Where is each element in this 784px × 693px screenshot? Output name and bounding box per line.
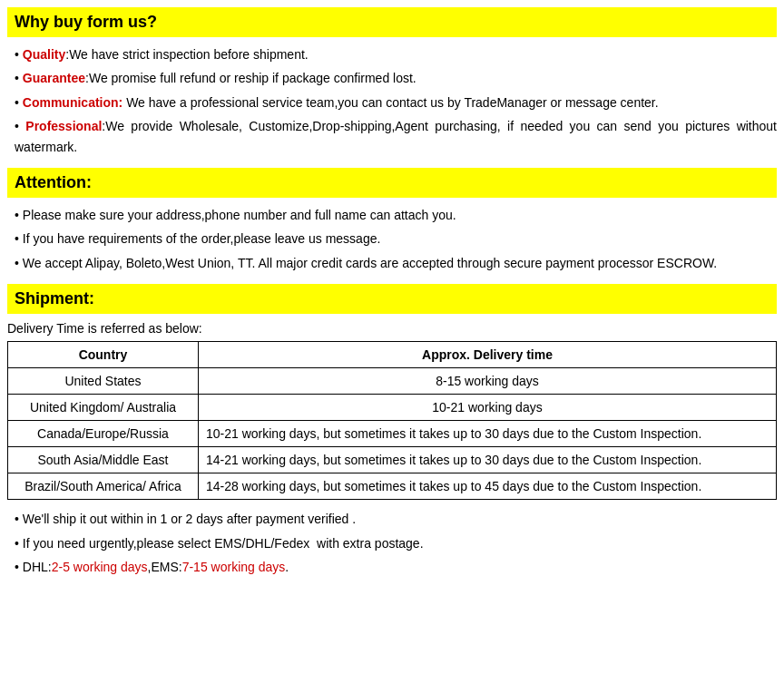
column-delivery: Approx. Delivery time: [199, 342, 777, 368]
dhl-label: DHL:: [23, 560, 52, 574]
table-row: United States 8-15 working days: [8, 368, 777, 395]
country-canada: Canada/Europe/Russia: [8, 421, 199, 447]
attention-bullet-3: • We accept Alipay, Boleto,West Union, T…: [7, 253, 777, 273]
guarantee-label: Guarantee: [23, 71, 85, 85]
why-buy-section: Why buy form us? • Quality:We have stric…: [7, 7, 777, 157]
table-row: United Kingdom/ Australia 10-21 working …: [8, 395, 777, 421]
period: .: [285, 560, 289, 574]
country-us: United States: [8, 368, 199, 395]
communication-label: Communication:: [23, 95, 122, 110]
attention-bullet-2: • If you have requirements of the order,…: [7, 229, 777, 249]
shipment-bullet-1: • We'll ship it out within in 1 or 2 day…: [7, 509, 777, 529]
country-south-asia: South Asia/Middle East: [8, 447, 199, 473]
country-brazil: Brazil/South America/ Africa: [8, 473, 199, 500]
bullet-professional: • Professional:We provide Wholesale, Cus…: [7, 116, 777, 157]
attention-section: Attention: • Please make sure your addre…: [7, 168, 777, 273]
shipment-footer: • We'll ship it out within in 1 or 2 day…: [7, 509, 777, 577]
why-buy-header: Why buy form us?: [7, 7, 777, 37]
column-country: Country: [8, 342, 199, 368]
table-row: South Asia/Middle East 14-21 working day…: [8, 447, 777, 473]
delivery-uk-au: 10-21 working days: [199, 395, 777, 421]
bullet-quality: • Quality:We have strict inspection befo…: [7, 44, 777, 64]
bullet-guarantee: • Guarantee:We promise full refund or re…: [7, 68, 777, 88]
attention-bullet-1: • Please make sure your address,phone nu…: [7, 205, 777, 225]
table-row: Brazil/South America/ Africa 14-28 worki…: [8, 473, 777, 500]
ems-separator: ,EMS:: [148, 560, 182, 574]
country-uk-au: United Kingdom/ Australia: [8, 395, 199, 421]
shipment-bullet-3: • DHL:2-5 working days,EMS:7-15 working …: [7, 557, 777, 577]
delivery-intro: Delivery Time is referred as below:: [7, 321, 777, 336]
attention-header: Attention:: [7, 168, 777, 198]
delivery-brazil: 14-28 working days, but sometimes it tak…: [199, 473, 777, 500]
professional-label: Professional: [25, 119, 102, 133]
shipment-header: Shipment:: [7, 284, 777, 314]
shipment-section: Shipment: Delivery Time is referred as b…: [7, 284, 777, 577]
professional-text: :We provide Wholesale, Customize,Drop-sh…: [15, 119, 777, 153]
delivery-canada: 10-21 working days, but sometimes it tak…: [199, 421, 777, 447]
why-buy-content: • Quality:We have strict inspection befo…: [7, 44, 777, 157]
quality-text: :We have strict inspection before shipme…: [65, 47, 308, 62]
bullet-communication: • Communication: We have a professional …: [7, 93, 777, 112]
shipment-bullet-2: • If you need urgently,please select EMS…: [7, 533, 777, 553]
table-header-row: Country Approx. Delivery time: [8, 342, 777, 368]
communication-text: We have a professional service team,you …: [122, 95, 658, 110]
guarantee-text: :We promise full refund or reship if pac…: [85, 71, 416, 85]
ems-days: 7-15 working days: [182, 560, 286, 574]
dhl-days: 2-5 working days: [52, 560, 148, 574]
delivery-south-asia: 14-21 working days, but sometimes it tak…: [199, 447, 777, 473]
delivery-us: 8-15 working days: [199, 368, 777, 395]
attention-content: • Please make sure your address,phone nu…: [7, 205, 777, 273]
delivery-table: Country Approx. Delivery time United Sta…: [7, 341, 777, 500]
table-row: Canada/Europe/Russia 10-21 working days,…: [8, 421, 777, 447]
quality-label: Quality: [23, 47, 65, 62]
